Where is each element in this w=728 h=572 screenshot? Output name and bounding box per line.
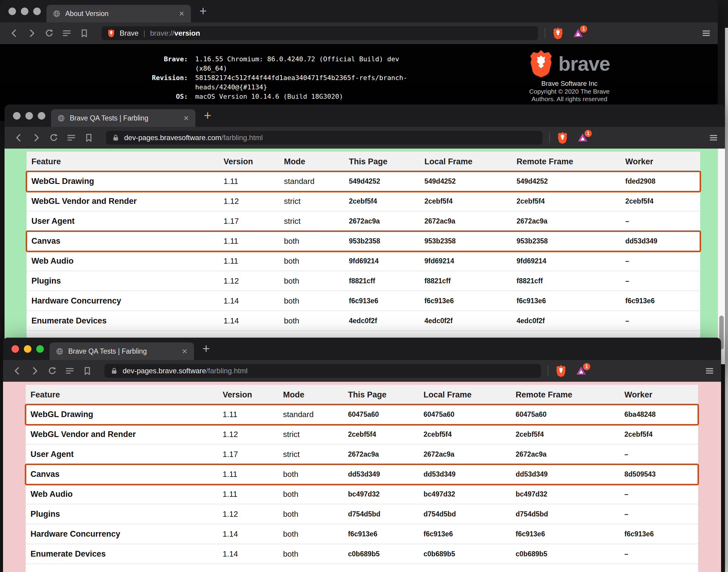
cell-mode: both [279,529,344,539]
table-row: User Agent 1.17 strict 2672ac9a 2672ac9a… [26,444,698,464]
brave-rewards-button[interactable]: 1 [576,131,589,144]
reload-button[interactable] [44,27,55,39]
address-bar[interactable]: dev-pages.bravesoftware.com/farbling.htm… [106,131,542,145]
forward-button[interactable] [30,132,42,143]
url-scheme: brave:// [150,29,174,38]
security-chip-label: Brave [120,29,139,38]
table-row: Web Audio 1.11 both bc497d32 bc497d32 bc… [26,484,698,504]
tab-title: Brave QA Tests | Farbling [70,114,178,122]
cell-this-page: 2cebf5f4 [344,430,420,438]
column-header-this-page: This Page [345,157,421,166]
version-info-label: Brave: [0,54,188,73]
bookmark-button[interactable] [78,27,90,39]
table-row: Plugins 1.12 both d754d5bd d754d5bd d754… [26,504,698,524]
main-menu-button[interactable] [700,27,712,39]
reading-list-button[interactable] [66,132,77,143]
main-menu-button[interactable] [704,365,716,377]
cell-this-page: 2672ac9a [344,450,420,458]
cell-local-frame: f6c913e6 [420,530,512,538]
lock-icon [112,134,120,142]
bookmark-button[interactable] [81,365,93,377]
minimize-window-button[interactable] [24,345,31,353]
main-menu-button[interactable] [708,132,720,144]
lock-icon [110,367,118,375]
farbling-page: Feature Version Mode This Page Local Fra… [3,382,721,572]
close-window-button[interactable] [8,8,16,15]
results-table: Feature Version Mode This Page Local Fra… [26,385,698,572]
cell-this-page: 953b2358 [345,237,421,245]
reading-list-button[interactable] [64,365,75,377]
table-row: Plugins 1.12 both f8821cff f8821cff f882… [26,271,700,291]
cell-this-page: 2672ac9a [345,217,421,225]
version-info-row: Revision: 581582174c512f44f44fd1aea34047… [0,73,425,92]
minimize-window-button[interactable] [25,112,33,120]
column-header-version: Version [219,390,279,400]
reload-button[interactable] [47,365,58,377]
cell-worker: – [621,450,693,458]
tab-close-icon[interactable]: × [183,114,189,123]
brave-rewards-button[interactable]: 1 [575,364,588,377]
close-window-button[interactable] [11,345,19,353]
cell-version: 1.11 [220,236,280,246]
cell-feature: Plugins [26,509,219,519]
cell-mode: both [280,257,345,266]
toolbar-separator [548,366,548,376]
back-button[interactable] [13,132,24,143]
back-button[interactable] [8,27,20,39]
tab-bar: Brave QA Tests | Farbling × + [3,338,721,360]
tab-close-icon[interactable]: × [178,9,185,18]
table-row: Enumerate Devices 1.14 both c0b689b5 c0b… [26,544,698,564]
zoom-window-button[interactable] [36,345,44,353]
address-bar[interactable]: Brave | brave://version [102,26,538,40]
brave-shields-button[interactable] [552,26,564,40]
forward-button[interactable] [26,27,38,39]
back-button[interactable] [11,365,23,377]
tab-title: Brave QA Tests | Farbling [68,347,177,355]
vertical-scrollbar[interactable] [718,149,725,364]
minimize-window-button[interactable] [21,8,28,15]
cell-version: 1.12 [219,509,279,519]
new-tab-button[interactable]: + [204,109,211,122]
cell-feature: Canvas [26,470,219,479]
reload-button[interactable] [48,132,60,143]
cell-local-frame: f6c913e6 [421,297,513,305]
column-header-version: Version [220,157,280,166]
cell-worker: 2cebf5f4 [622,197,694,205]
tab-about-version[interactable]: About Version × [47,5,191,22]
zoom-window-button[interactable] [38,112,45,120]
cell-mode: both [280,276,345,286]
cell-this-page: dd53d349 [344,470,420,478]
new-tab-button[interactable]: + [199,5,207,17]
brand-copyright-line2: Authors. All rights reserved [492,95,647,103]
tab-farbling[interactable]: Brave QA Tests | Farbling × [51,109,195,127]
tab-close-icon[interactable]: × [181,347,188,356]
toolbar: Brave | brave://version 1 [0,22,718,44]
cell-this-page: d754d5bd [344,510,420,518]
brave-shields-button[interactable] [555,364,567,377]
brave-rewards-button[interactable]: 1 [572,27,585,40]
close-window-button[interactable] [13,112,20,120]
forward-button[interactable] [29,365,41,377]
cell-this-page: 549d4252 [345,177,421,186]
cell-feature: Web Audio [26,257,220,266]
bookmark-button[interactable] [83,132,94,143]
reading-list-button[interactable] [61,27,72,39]
cell-this-page: f6c913e6 [345,297,421,305]
cell-worker: – [622,257,694,265]
cell-worker: dd53d349 [622,237,694,245]
brave-shields-button[interactable] [556,131,569,144]
cell-remote-frame: d754d5bd [512,510,621,518]
cell-remote-frame: 60475a60 [512,411,621,419]
cell-feature: User Agent [26,450,219,459]
url-host: dev-pages.bravesoftware.com [124,134,221,142]
cell-local-frame: c0b689b5 [420,550,512,558]
zoom-window-button[interactable] [33,8,41,15]
cell-worker: 8d509543 [621,470,693,478]
address-bar[interactable]: dev-pages.brave.software/farbling.html [105,364,541,378]
cell-worker: – [621,510,693,518]
cell-worker: fded2908 [622,177,694,186]
new-tab-button[interactable]: + [202,343,210,355]
table-row: Canvas 1.11 both dd53d349 dd53d349 dd53d… [26,464,698,484]
toolbar: dev-pages.bravesoftware.com/farbling.htm… [5,127,725,149]
tab-farbling[interactable]: Brave QA Tests | Farbling × [50,343,194,360]
